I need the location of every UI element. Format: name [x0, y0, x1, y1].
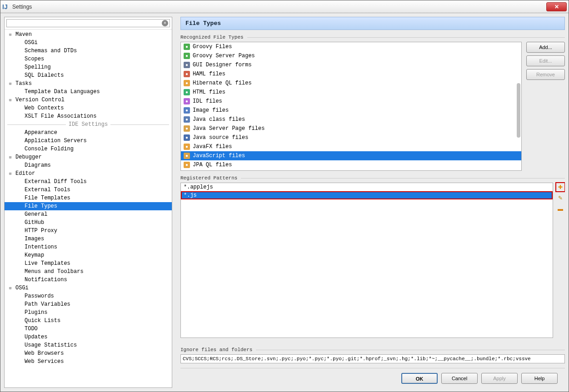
sidebar-item-label: Quick Lists	[25, 318, 60, 324]
sidebar-item-label: Updates	[25, 334, 47, 340]
sidebar-item[interactable]: OSGi	[5, 39, 172, 47]
patterns-label: Registered Patterns	[180, 175, 237, 181]
sidebar-item[interactable]: ⊞Maven	[5, 30, 172, 39]
sidebar: × ⊞MavenOSGiSchemas and DTDsScopesSpelli…	[4, 17, 172, 388]
sidebar-item[interactable]: File Types	[5, 202, 172, 210]
file-type-item[interactable]: ●GUI Designer forms	[181, 60, 521, 69]
sidebar-item-label: Console Folding	[25, 146, 74, 152]
splitter[interactable]	[175, 17, 178, 388]
sidebar-item-label: Plugins	[25, 309, 47, 316]
sidebar-item[interactable]: Schemas and DTDs	[5, 47, 172, 55]
sidebar-item-label: Scopes	[25, 56, 44, 62]
sidebar-item[interactable]: GitHub	[5, 218, 172, 227]
recognized-file-types-group: Recognized File Types ●Groovy Files●Groo…	[180, 35, 565, 171]
sidebar-item[interactable]: Path Variables	[5, 300, 172, 308]
file-type-icon: ●	[184, 44, 190, 50]
sidebar-item[interactable]: Passwords	[5, 292, 172, 300]
file-type-item[interactable]: ●Java Server Page files	[181, 124, 521, 133]
sidebar-item[interactable]: Spelling	[5, 63, 172, 71]
sidebar-item[interactable]: Diagrams	[5, 161, 172, 169]
file-type-label: Groovy Server Pages	[193, 53, 255, 59]
remove-filetype-button: Remove	[526, 69, 565, 80]
sidebar-item[interactable]: File Templates	[5, 194, 172, 202]
sidebar-item[interactable]: Template Data Languages	[5, 88, 172, 96]
settings-window: IJ Settings ✕ × ⊞MavenOSGiSchemas and DT…	[0, 0, 569, 392]
file-type-item[interactable]: ●JPA QL files	[181, 160, 521, 169]
expand-icon: ⊞	[9, 286, 15, 291]
remove-pattern-icon[interactable]: ▬	[557, 205, 564, 213]
help-button[interactable]: Help	[521, 373, 558, 384]
file-type-item[interactable]: ●HAML files	[181, 69, 521, 79]
sidebar-item[interactable]: Images	[5, 235, 172, 243]
registered-patterns-group: Registered Patterns *.applejs*.js ✚ ✎ ▬	[180, 175, 565, 338]
ignore-input[interactable]	[180, 354, 565, 363]
file-type-icon: ●	[184, 62, 190, 68]
file-type-item[interactable]: ●JavaScript files	[181, 151, 521, 160]
sidebar-item[interactable]: Scopes	[5, 55, 172, 63]
sidebar-item[interactable]: HTTP Proxy	[5, 227, 172, 235]
file-type-label: JavaScript files	[193, 153, 245, 159]
sidebar-item[interactable]: Notifications	[5, 276, 172, 284]
dialog-footer: OK Cancel Apply Help	[180, 368, 565, 388]
file-type-label: JPA QL files	[193, 162, 232, 168]
ok-button[interactable]: OK	[401, 373, 438, 384]
edit-pattern-icon[interactable]: ✎	[557, 194, 564, 202]
sidebar-item[interactable]: Appearance	[5, 129, 172, 137]
file-type-item[interactable]: ●Image files	[181, 106, 521, 115]
sidebar-item[interactable]: Live Templates	[5, 259, 172, 268]
sidebar-item[interactable]: External Tools	[5, 186, 172, 194]
sidebar-item[interactable]: SQL Dialects	[5, 71, 172, 79]
sidebar-item[interactable]: Console Folding	[5, 145, 172, 153]
divider-line	[247, 37, 565, 38]
sidebar-item[interactable]: ⊞Version Control	[5, 96, 172, 104]
settings-tree[interactable]: ⊞MavenOSGiSchemas and DTDsScopesSpelling…	[5, 30, 172, 387]
sidebar-item[interactable]: Plugins	[5, 308, 172, 317]
add-pattern-icon[interactable]: ✚	[557, 184, 564, 191]
sidebar-item[interactable]: Web Contexts	[5, 104, 172, 112]
file-type-item[interactable]: ●Java source files	[181, 133, 521, 142]
file-type-icon: ●	[184, 116, 190, 123]
sidebar-item[interactable]: Updates	[5, 333, 172, 341]
sidebar-item[interactable]: ⊞OSGi	[5, 284, 172, 292]
file-type-icon: ●	[184, 125, 190, 132]
sidebar-item[interactable]: Quick Lists	[5, 317, 172, 325]
file-type-icon: ●	[184, 153, 190, 159]
close-button[interactable]: ✕	[546, 2, 567, 11]
file-types-list[interactable]: ●Groovy Files●Groovy Server Pages●GUI De…	[180, 42, 522, 171]
sidebar-item[interactable]: External Diff Tools	[5, 178, 172, 186]
sidebar-item[interactable]: Usage Statistics	[5, 341, 172, 349]
file-type-item[interactable]: ●Groovy Files	[181, 42, 521, 51]
scrollbar-thumb[interactable]	[517, 83, 520, 138]
sidebar-item[interactable]: Intentions	[5, 243, 172, 251]
search-input[interactable]	[6, 19, 170, 27]
sidebar-item[interactable]: Web Browsers	[5, 349, 172, 357]
sidebar-item[interactable]: Application Servers	[5, 137, 172, 145]
patterns-list[interactable]: *.applejs*.js	[180, 183, 553, 338]
pattern-item[interactable]: *.applejs	[181, 183, 553, 191]
filetypes-row: ●Groovy Files●Groovy Server Pages●GUI De…	[180, 42, 565, 171]
ignore-group: Ignore files and folders	[180, 347, 565, 363]
sidebar-item[interactable]: Keymap	[5, 251, 172, 259]
pattern-item[interactable]: *.js	[181, 191, 553, 199]
sidebar-item[interactable]: Menus and Toolbars	[5, 268, 172, 276]
sidebar-item[interactable]: ⊞Debugger	[5, 153, 172, 161]
sidebar-item[interactable]: XSLT File Associations	[5, 112, 172, 120]
file-type-item[interactable]: ●Hibernate QL files	[181, 79, 521, 88]
file-type-item[interactable]: ●Groovy Server Pages	[181, 51, 521, 60]
add-filetype-button[interactable]: Add...	[526, 42, 565, 53]
cancel-button[interactable]: Cancel	[441, 373, 478, 384]
file-type-item[interactable]: ●HTML files	[181, 88, 521, 97]
sidebar-item[interactable]: TODO	[5, 325, 172, 333]
sidebar-item-label: Template Data Languages	[25, 89, 100, 95]
titlebar: IJ Settings ✕	[0, 0, 569, 13]
clear-search-icon[interactable]: ×	[162, 20, 168, 26]
sidebar-item[interactable]: General	[5, 210, 172, 218]
sidebar-item[interactable]: ⊞Tasks	[5, 79, 172, 88]
file-type-item[interactable]: ●JavaFX files	[181, 142, 521, 151]
sidebar-item[interactable]: ⊞Editor	[5, 169, 172, 178]
file-type-item[interactable]: ●Java class files	[181, 115, 521, 124]
sidebar-item[interactable]: Web Services	[5, 357, 172, 366]
file-type-label: IDL files	[193, 98, 222, 104]
sidebar-item-label: Diagrams	[25, 162, 51, 169]
file-type-item[interactable]: ●IDL files	[181, 97, 521, 106]
